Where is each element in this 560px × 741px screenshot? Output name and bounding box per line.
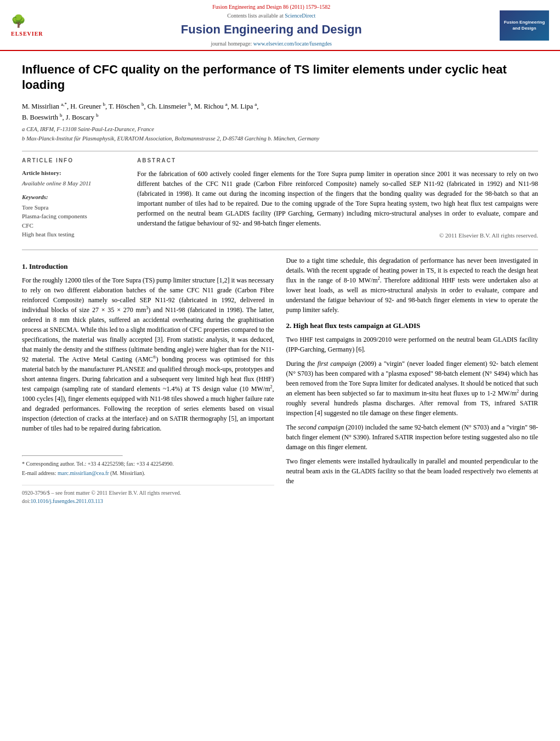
homepage-label: journal homepage: (211, 41, 252, 47)
page: 🌳 ELSEVIER Fusion Engineering and Design… (0, 0, 560, 741)
section1-heading: 1. Introduction (22, 261, 274, 272)
journal-ref: Fusion Engineering and Design 86 (2011) … (54, 3, 489, 11)
affiliations: a CEA, IRFM, F-13108 Saint-Paul-Lez-Dura… (22, 126, 538, 143)
right-text4: The second campaign (2010) included the … (286, 422, 539, 452)
issn-line: 0920-3796/$ – see front matter © 2011 El… (22, 489, 274, 497)
footnote-email: E-mail address: marc.missirlian@cea.fr (… (22, 469, 274, 477)
article-title: Influence of CFC quality on the performa… (22, 62, 538, 93)
body-right-col: Due to a tight time schedule, this degra… (286, 256, 539, 505)
copyright-line: © 2011 Elsevier B.V. All rights reserved… (137, 231, 538, 240)
article-history: Article history: (22, 169, 126, 177)
keyword-plasma-facing: Plasma-facing components (22, 212, 126, 220)
abstract-label: ABSTRACT (137, 157, 538, 165)
divider-body (22, 250, 538, 250)
right-logo-text: Fusion Engineering and Design (504, 19, 545, 31)
elsevier-logo-box: 🌳 ELSEVIER (11, 13, 43, 38)
elsevier-text: ELSEVIER (11, 30, 43, 38)
journal-header: 🌳 ELSEVIER Fusion Engineering and Design… (0, 0, 560, 51)
elsevier-logo: 🌳 ELSEVIER (11, 13, 43, 38)
header-center: Fusion Engineering and Design 86 (2011) … (43, 3, 500, 48)
main-content: Influence of CFC quality on the performa… (0, 51, 560, 516)
article-info-column: ARTICLE INFO Article history: Available … (22, 157, 126, 240)
homepage-link[interactable]: www.elsevier.com/locate/fusengdes (253, 41, 332, 47)
keyword-cfc: CFC (22, 222, 126, 230)
right-text1: Due to a tight time schedule, this degra… (286, 256, 539, 315)
sciencedirect-label: Contents lists available at (227, 13, 285, 19)
right-text5: Two finger elements were installed hydra… (286, 456, 539, 486)
article-info-label: ARTICLE INFO (22, 157, 126, 165)
affiliation-b: b Max-Planck-Institut für Plasmaphysik, … (22, 135, 538, 143)
journal-homepage: journal homepage: www.elsevier.com/locat… (54, 40, 489, 48)
authors: M. Missirlian a,*, H. Greuner b, T. Hösc… (22, 101, 538, 122)
doi-link[interactable]: 10.1016/j.fusengdes.2011.03.113 (31, 498, 103, 504)
footnote-divider (22, 455, 123, 456)
body-left-col: 1. Introduction For the roughly 12000 ti… (22, 256, 274, 505)
footnote-area: * Corresponding author. Tel.: +33 4 4225… (22, 455, 274, 505)
divider-top (22, 151, 538, 151)
sciencedirect-line: Contents lists available at ScienceDirec… (54, 12, 489, 20)
available-online: Available online 8 May 2011 (22, 179, 126, 188)
abstract-column: ABSTRACT For the fabrication of 600 acti… (137, 157, 538, 240)
journal-title-header: Fusion Engineering and Design (54, 21, 489, 38)
elsevier-tree-icon: 🌳 (11, 13, 43, 30)
header-logo-right: Fusion Engineering and Design (500, 10, 549, 41)
sciencedirect-link[interactable]: ScienceDirect (285, 13, 315, 19)
article-info-abstract-section: ARTICLE INFO Article history: Available … (22, 157, 538, 240)
abstract-text: For the fabrication of 600 actively cool… (137, 169, 538, 228)
right-text3: During the first campaign (2009) a "virg… (286, 359, 539, 418)
keyword-hhf: High heat flux testing (22, 230, 126, 239)
right-text2: Two HHF test campaigns in 2009/2010 were… (286, 335, 539, 354)
body-section: 1. Introduction For the roughly 12000 ti… (22, 256, 538, 505)
section2-heading: 2. High heat flux tests campaign at GLAD… (286, 320, 539, 331)
email-link[interactable]: marc.missirlian@cea.fr (58, 470, 109, 476)
doi-line: doi:10.1016/j.fusengdes.2011.03.113 (22, 497, 274, 505)
section1-text1: For the roughly 12000 tiles of the Tore … (22, 275, 274, 433)
keywords-label: Keywords: (22, 193, 126, 201)
history-label: Article history: (22, 169, 61, 176)
bottom-info: 0920-3796/$ – see front matter © 2011 El… (22, 485, 274, 505)
keyword-tore-supra: Tore Supra (22, 203, 126, 212)
affiliation-a: a CEA, IRFM, F-13108 Saint-Paul-Lez-Dura… (22, 126, 538, 134)
footnote-corresponding: * Corresponding author. Tel.: +33 4 4225… (22, 460, 274, 468)
